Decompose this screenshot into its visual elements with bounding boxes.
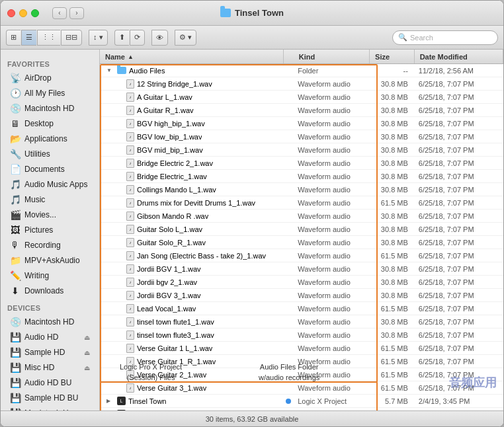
sidebar-item-label: Movies... (24, 210, 90, 219)
file-dot-cell (283, 276, 294, 288)
maximize-button[interactable] (31, 9, 39, 17)
file-name-text: 12 String Bridge_1.wav (137, 80, 212, 88)
minimize-button[interactable] (19, 9, 27, 17)
file-date-cell: 6/25/18, 7:07 PM (415, 315, 503, 328)
name-column-header[interactable]: Name ▲ (100, 50, 284, 63)
sidebar-item-downloads[interactable]: ⬇ Downloads (3, 284, 97, 298)
list-view-button[interactable]: ☰ (21, 30, 36, 46)
table-row[interactable]: ♪BGV high_bip_1.wavWaveform audio30.8 MB… (100, 117, 503, 130)
tags-button[interactable]: ⟳ (130, 30, 145, 46)
table-row[interactable]: ♪tinsel town flute3_1.wavWaveform audio3… (100, 329, 503, 342)
sidebar-item-sample-hd[interactable]: 💾 Sample HD ⏏ (3, 345, 97, 360)
table-row[interactable]: ♪Verse Guitar 3_1.wavWaveform audio61.5 … (100, 381, 503, 395)
kind-column-header[interactable]: Kind (294, 50, 370, 63)
sidebar-item-label: MPV+AskAudio (24, 256, 90, 265)
airdrop-icon: 📡 (10, 73, 21, 83)
sidebar-item-applications[interactable]: 📂 Applications (3, 132, 97, 146)
sidebar-item-audio-music[interactable]: 🎵 Audio Music Apps (3, 177, 97, 192)
folder-icon (220, 9, 231, 17)
table-row[interactable]: ♪Verse Guitar 1_R_1.wavWaveform audio61.… (100, 355, 503, 368)
file-date-cell: 6/25/18, 7:07 PM (415, 249, 503, 262)
table-row[interactable]: ♪Verse Guitar 1 L_1.wavWaveform audio61.… (100, 342, 503, 355)
file-kind-cell: Waveform audio (294, 355, 370, 368)
sidebar-item-mpv[interactable]: 📁 MPV+AskAudio (3, 253, 97, 268)
sidebar-item-music[interactable]: 🎵 Music (3, 192, 97, 207)
back-button[interactable]: ‹ (52, 7, 67, 19)
table-row[interactable]: ♪Jan Song (Electric Bass - take 2)_1.wav… (100, 249, 503, 262)
cover-flow-button[interactable]: ⊟⊟ (61, 30, 82, 46)
file-kind-cell: Waveform audio (294, 130, 370, 143)
table-row[interactable]: ▶LTinsel Town (VocUp)Logic X Project2.8 … (100, 408, 503, 410)
table-row[interactable]: ♪Jordii BGV 1_1.wavWaveform audio30.8 MB… (100, 262, 503, 276)
share-button[interactable]: ⬆ (114, 30, 129, 46)
table-row[interactable]: ▼Audio FilesFolder--11/2/18, 2:56 AM (100, 64, 503, 77)
file-size-cell: 30.8 MB (370, 210, 415, 222)
sidebar-item-label: Applications (24, 134, 90, 143)
file-size-cell: 61.5 MB (370, 355, 415, 368)
table-row[interactable]: ♪Bridge Electric 2_1.wavWaveform audio30… (100, 157, 503, 170)
pictures-icon: 🖼 (10, 225, 21, 235)
table-row[interactable]: ♪Verse Guitar 2_1.wavWaveform audio61.5 … (100, 368, 503, 381)
file-name-cell: ♪A Guitar R_1.wav (100, 104, 283, 116)
apps-icon: 📂 (10, 134, 21, 144)
sidebar-item-desktop[interactable]: 🖥 Desktop (3, 116, 97, 131)
sidebar-item-recording[interactable]: 🎙 Recording (3, 238, 97, 252)
table-row[interactable]: ♪Collings Mando L_1.wavWaveform audio30.… (100, 183, 503, 196)
forward-button[interactable]: › (69, 7, 84, 19)
sidebar-item-movies[interactable]: 🎬 Movies... (3, 208, 97, 222)
file-kind-cell: Waveform audio (294, 302, 370, 315)
table-row[interactable]: ♪Jordii BGV 3_1.wavWaveform audio30.8 MB… (100, 289, 503, 302)
sidebar-item-all-files[interactable]: 🕐 All My Files (3, 86, 97, 100)
sidebar-item-mac-hd[interactable]: 💿 Macintosh HD (3, 315, 97, 329)
table-row[interactable]: ♪A Guitar L_1.wavWaveform audio30.8 MB6/… (100, 91, 503, 104)
sidebar-item-utilities[interactable]: 🔧 Utilities (3, 147, 97, 161)
table-row[interactable]: ♪BGV mid_bip_1.wavWaveform audio30.8 MB6… (100, 143, 503, 157)
sidebar-item-pictures[interactable]: 🖼 Pictures (3, 223, 97, 237)
close-button[interactable] (7, 9, 15, 17)
table-row[interactable]: ♪BGV low_bip_1.wavWaveform audio30.8 MB6… (100, 130, 503, 143)
sort-group: ↕ ▾ (89, 30, 108, 46)
table-row[interactable]: ♪Gibson Mando R .wavWaveform audio30.8 M… (100, 210, 503, 223)
date-column-header[interactable]: Date Modified (415, 50, 503, 63)
writing-icon: ✏️ (10, 270, 21, 281)
file-name-text: Collings Mando L_1.wav (137, 186, 216, 194)
search-bar[interactable]: 🔍 Search (392, 30, 498, 45)
file-name-cell: ♪A Guitar L_1.wav (100, 91, 283, 103)
file-date-cell: 6/25/18, 7:07 PM (415, 381, 503, 394)
column-view-button[interactable]: ⋮⋮ (37, 30, 60, 46)
audio-file-icon: ♪ (126, 357, 134, 366)
sidebar-item-writing[interactable]: ✏️ Writing (3, 268, 97, 283)
sidebar-item-misc-hd[interactable]: 💾 Misc HD ⏏ (3, 360, 97, 375)
gear-button[interactable]: ⚙ ▾ (175, 30, 196, 46)
table-row[interactable]: ♪Drums mix for Devitt Drums 1_1.wavWavef… (100, 196, 503, 210)
sidebar-item-macintosh-hd[interactable]: 💿 Macintosh HD (3, 101, 97, 116)
file-name-cell: ♪Verse Guitar 1 L_1.wav (100, 342, 283, 354)
sidebar-item-audio-hd[interactable]: 💾 Audio HD ⏏ (3, 330, 97, 344)
table-row[interactable]: ♪12 String Bridge_1.wavWaveform audio30.… (100, 77, 503, 91)
sidebar-item-sample-hd-bu[interactable]: 💾 Sample HD BU (3, 391, 97, 405)
table-row[interactable]: ▶LTinsel TownLogic X Project5.7 MB2/4/19… (100, 395, 503, 408)
file-list: ▼Audio FilesFolder--11/2/18, 2:56 AM♪12 … (100, 64, 503, 410)
preview-button[interactable]: 👁 (151, 30, 168, 46)
table-row[interactable]: ♪Guitar Solo L_1.wavWaveform audio30.8 M… (100, 223, 503, 236)
icon-view-button[interactable]: ⊞ (6, 30, 21, 46)
table-row[interactable]: ♪tinsel town flute1_1.wavWaveform audio3… (100, 315, 503, 329)
sidebar-item-audio-hd-bu[interactable]: 💾 Audio HD BU (3, 375, 97, 390)
table-row[interactable]: ♪Bridge Electric_1.wavWaveform audio30.8… (100, 170, 503, 183)
file-size-cell: -- (370, 64, 415, 77)
sort-button[interactable]: ↕ ▾ (89, 30, 108, 46)
sidebar-item-airdrop[interactable]: 📡 AirDrop (3, 71, 97, 85)
file-area: Name ▲ Kind Size Date Modified ▼Audio Fi… (100, 50, 503, 410)
action-group: ⬆ ⟳ (114, 30, 145, 46)
file-dot-cell (283, 342, 294, 354)
sidebar-item-mac-hd-bu[interactable]: 💾 Macintosh HD BU ⏏ (3, 406, 97, 410)
file-date-cell: 6/25/18, 7:07 PM (415, 262, 503, 275)
sidebar-item-documents[interactable]: 📄 Documents (3, 162, 97, 176)
table-row[interactable]: ♪Guitar Solo_R_1.wavWaveform audio30.8 M… (100, 236, 503, 249)
table-row[interactable]: ♪Lead Vocal_1.wavWaveform audio61.5 MB6/… (100, 302, 503, 315)
size-column-header[interactable]: Size (370, 50, 415, 63)
audio-file-icon: ♪ (126, 304, 134, 313)
file-kind-cell: Waveform audio (294, 329, 370, 341)
table-row[interactable]: ♪Jordii bgv 2_1.wavWaveform audio30.8 MB… (100, 276, 503, 289)
table-row[interactable]: ♪A Guitar R_1.wavWaveform audio30.8 MB6/… (100, 104, 503, 117)
